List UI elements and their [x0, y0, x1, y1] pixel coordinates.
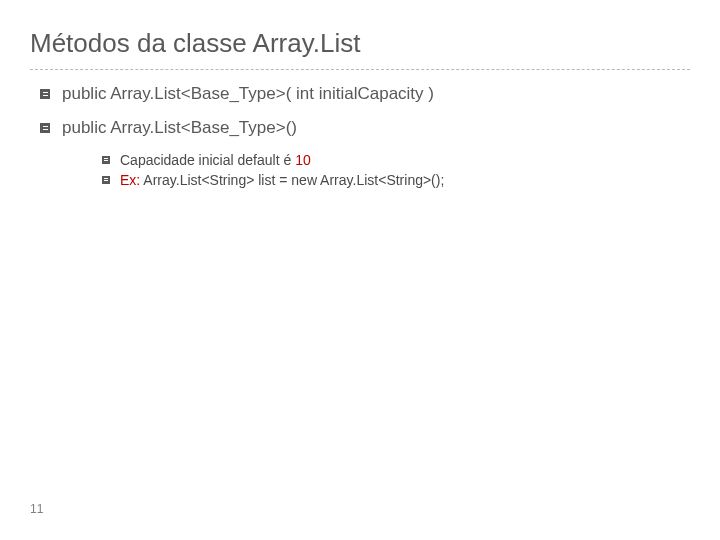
highlight-text: Ex:: [120, 172, 140, 188]
title-wrap: Métodos da classe Array.List: [0, 0, 720, 65]
bullet-icon: [102, 156, 110, 164]
text-part: Array.List<String> list = new Array.List…: [140, 172, 444, 188]
text-part: Capacidade inicial default é: [120, 152, 295, 168]
content: public Array.List<Base_Type>( int initia…: [0, 70, 720, 188]
list-item: Capacidade inicial default é 10: [102, 152, 690, 168]
sub-list: Capacidade inicial default é 10 Ex: Arra…: [102, 152, 690, 188]
page-number: 11: [30, 502, 43, 516]
list-item-text: Ex: Array.List<String> list = new Array.…: [120, 172, 444, 188]
page-title: Métodos da classe Array.List: [30, 28, 720, 59]
bullet-icon: [102, 176, 110, 184]
bullet-icon: [40, 123, 50, 133]
list-item: public Array.List<Base_Type>(): [40, 118, 690, 138]
list-item-text: public Array.List<Base_Type>(): [62, 118, 297, 138]
list-item: public Array.List<Base_Type>( int initia…: [40, 84, 690, 104]
list-item-text: Capacidade inicial default é 10: [120, 152, 311, 168]
list-item-text: public Array.List<Base_Type>( int initia…: [62, 84, 434, 104]
highlight-text: 10: [295, 152, 311, 168]
list-item: Ex: Array.List<String> list = new Array.…: [102, 172, 690, 188]
bullet-icon: [40, 89, 50, 99]
slide: Métodos da classe Array.List public Arra…: [0, 0, 720, 540]
